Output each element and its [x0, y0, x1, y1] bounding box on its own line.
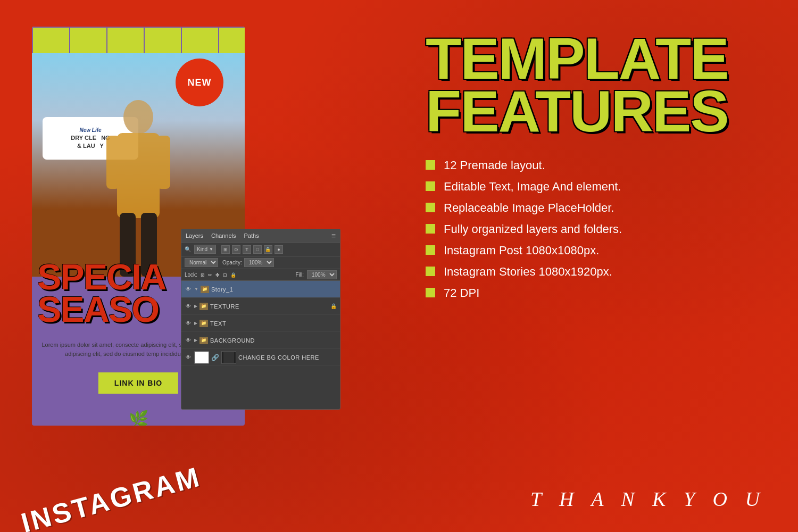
texture-lock: 🔒: [330, 303, 337, 309]
layer-name-bgcolor: CHANGE BG COLOR HERE: [238, 354, 337, 361]
eye-bgcolor[interactable]: 👁: [185, 354, 192, 361]
feature-item-4: Fully organized layers and folders.: [426, 222, 766, 236]
layers-menu-icon[interactable]: ≡: [331, 231, 336, 240]
chain-icon: 🔗: [211, 354, 219, 361]
shape-filter[interactable]: □: [253, 245, 262, 254]
feature-text-7: 72 DPI: [444, 286, 479, 300]
features-list: 12 Premade layout. Editable Text, Image …: [426, 159, 766, 300]
text-folder-icon: 📁: [200, 320, 208, 327]
left-section: New Life DRY CLE NG & LAU Y NEW SPECIA: [32, 27, 309, 505]
lock-move-icon[interactable]: ✤: [215, 272, 220, 278]
lock-pixel-icon[interactable]: ⊠: [201, 272, 205, 278]
bullet-2: [426, 181, 435, 191]
feature-text-6: Instagram Stories 1080x1920px.: [444, 265, 612, 279]
new-badge-text: NEW: [188, 77, 212, 88]
layer-row-background[interactable]: 👁 ▶ 📁 BACKGROUND: [181, 332, 340, 349]
tab-layers[interactable]: Layers: [186, 232, 203, 239]
bullet-7: [426, 288, 435, 297]
blend-mode-row: Normal Opacity: 100%: [181, 256, 340, 269]
artboard-filter[interactable]: ●: [275, 245, 283, 254]
feature-item-3: Replaceable Image PlaceHolder.: [426, 201, 766, 215]
feature-text-2: Editable Text, Image And element.: [444, 180, 621, 194]
lock-row: Lock: ⊠ ✏ ✤ ⊡ 🔒 Fill: 100%: [181, 269, 340, 281]
feature-text-4: Fully organized layers and folders.: [444, 222, 622, 236]
eye-text[interactable]: 👁: [185, 320, 192, 327]
bgcolor-thumb-white: [194, 351, 209, 364]
new-badge: NEW: [176, 59, 223, 106]
eye-background[interactable]: 👁: [185, 337, 192, 344]
eye-story1[interactable]: 👁: [185, 286, 192, 293]
search-icon: 🔍: [185, 246, 191, 252]
feature-item-1: 12 Premade layout.: [426, 159, 766, 172]
feature-item-5: Instagram Post 1080x1080px.: [426, 244, 766, 257]
special-season-text: SPECIA SEASO: [37, 261, 165, 326]
eye-texture[interactable]: 👁: [185, 303, 192, 310]
title-line2: FEATURES: [426, 85, 766, 137]
svg-point-0: [123, 100, 153, 134]
layer-row-bgcolor[interactable]: 👁 🔗 CHANGE BG COLOR HERE: [181, 349, 340, 366]
lock-artboard-icon[interactable]: ⊡: [223, 272, 227, 278]
tab-paths[interactable]: Paths: [244, 232, 259, 239]
template-title: TEMPLATE FEATURES: [426, 32, 766, 137]
bullet-5: [426, 245, 435, 255]
opacity-value[interactable]: 100%: [244, 258, 274, 267]
bullet-6: [426, 267, 435, 276]
adjust-filter[interactable]: ⊙: [232, 245, 240, 254]
bgcolor-mask-thumb: [221, 351, 236, 364]
story1-folder-icon: 📁: [201, 286, 209, 293]
right-section: TEMPLATE FEATURES 12 Premade layout. Edi…: [426, 32, 766, 300]
opacity-label: Opacity:: [222, 260, 242, 265]
instagram-text: INSTAGRAM: [18, 460, 204, 532]
plant-decoration: 🌿: [129, 410, 148, 426]
layer-row-text[interactable]: 👁 ▶ 📁 TEXT: [181, 315, 340, 332]
layer-name-text: TEXT: [210, 320, 337, 327]
headline-line2: SEASO: [37, 293, 165, 326]
feature-text-3: Replaceable Image PlaceHolder.: [444, 201, 614, 215]
smart-filter[interactable]: 🔒: [264, 245, 272, 254]
type-filter[interactable]: T: [243, 245, 251, 254]
title-line1: TEMPLATE: [426, 32, 766, 85]
feature-text-1: 12 Premade layout.: [444, 159, 545, 172]
svg-rect-3: [157, 136, 170, 189]
feature-text-5: Instagram Post 1080x1080px.: [444, 244, 599, 257]
tab-channels[interactable]: Channels: [211, 232, 236, 239]
feature-item-2: Editable Text, Image And element.: [426, 180, 766, 194]
lock-brush-icon[interactable]: ✏: [208, 272, 212, 278]
layer-name-texture: TEXTURE: [210, 303, 328, 310]
expand-background[interactable]: ▶: [194, 338, 197, 343]
expand-story1[interactable]: ▼: [194, 287, 198, 292]
feature-item-6: Instagram Stories 1080x1920px.: [426, 265, 766, 279]
lock-label: Lock:: [185, 272, 197, 278]
svg-rect-2: [106, 136, 120, 189]
layer-name-background: BACKGROUND: [210, 337, 337, 344]
layer-type-icons: ⊞ ⊙ T □ 🔒 ●: [221, 245, 283, 254]
expand-text[interactable]: ▶: [194, 321, 197, 326]
layer-row-texture[interactable]: 👁 ▶ 📁 TEXTURE 🔒: [181, 298, 340, 315]
svg-rect-1: [117, 133, 160, 218]
layers-panel[interactable]: Layers Channels Paths ≡ 🔍 Kind ▼ ⊞ ⊙ T □…: [181, 229, 340, 410]
layer-row-story1[interactable]: 👁 ▼ 📁 Story_1: [181, 281, 340, 298]
lock-all-icon[interactable]: 🔒: [230, 272, 236, 278]
layers-header: Layers Channels Paths ≡: [181, 229, 340, 243]
background-folder-icon: 📁: [200, 337, 208, 344]
person-silhouette: [90, 90, 186, 277]
texture-folder-icon: 📁: [200, 303, 208, 310]
kind-filter[interactable]: Kind ▼: [194, 245, 216, 254]
link-in-bio-button[interactable]: LINK IN BIO: [98, 372, 178, 394]
fill-value[interactable]: 100%: [307, 270, 337, 279]
expand-texture[interactable]: ▶: [194, 304, 197, 309]
pixel-filter[interactable]: ⊞: [221, 245, 230, 254]
bullet-1: [426, 160, 435, 170]
thank-you-text: T H A N K Y O U: [530, 487, 766, 511]
bullet-3: [426, 203, 435, 212]
layers-list: 👁 ▼ 📁 Story_1 👁 ▶ 📁 TEXTURE 🔒 👁 ▶ 📁 TEXT: [181, 281, 340, 366]
blend-mode-select[interactable]: Normal: [185, 258, 218, 267]
bullet-4: [426, 224, 435, 234]
fill-label: Fill:: [295, 272, 304, 278]
headline-line1: SPECIA: [37, 261, 165, 293]
feature-item-7: 72 DPI: [426, 286, 766, 300]
layers-search-row: 🔍 Kind ▼ ⊞ ⊙ T □ 🔒 ●: [181, 243, 340, 256]
layer-name-story1: Story_1: [211, 286, 337, 293]
